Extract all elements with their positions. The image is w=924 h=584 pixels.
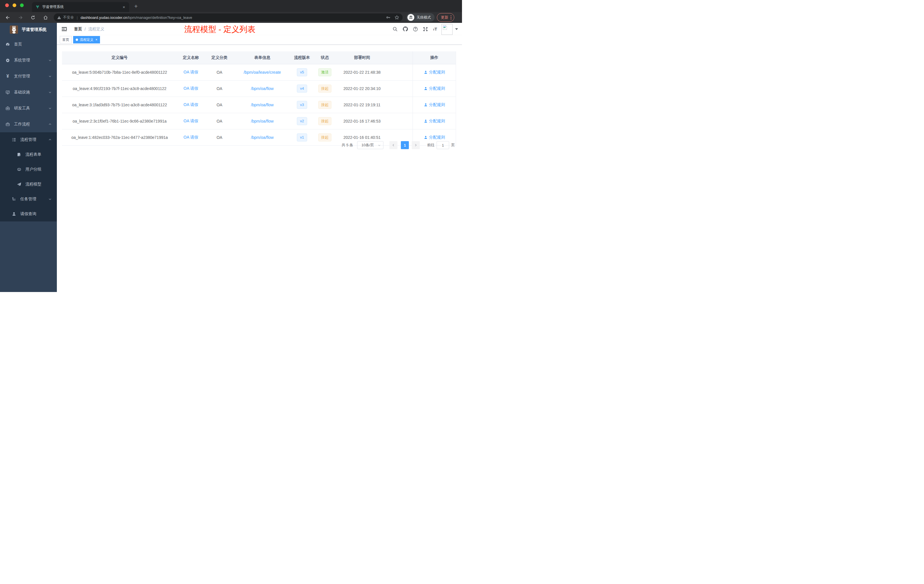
- definition-name-link[interactable]: OA 请假: [183, 119, 198, 124]
- definition-name-link[interactable]: OA 请假: [183, 135, 198, 140]
- sidebar-item-process-management[interactable]: 流程管理: [0, 132, 57, 147]
- reload-icon[interactable]: [29, 15, 36, 20]
- browser-tab[interactable]: 芋道管理系统 ×: [32, 2, 129, 12]
- sidebar-item-home[interactable]: 首页: [0, 36, 57, 52]
- form-info-link[interactable]: /bpm/oa/leave/create: [244, 70, 281, 74]
- definition-id: oa_leave:5:004b710b-7b8a-11ec-8ef0-acde4…: [62, 64, 177, 80]
- definition-id: oa_leave:3:1fad3d93-7b75-11ec-a3c8-acde4…: [62, 97, 177, 113]
- page-size-select[interactable]: 10条/页: [357, 141, 383, 149]
- user-avatar[interactable]: [441, 24, 452, 35]
- assign-rule-link[interactable]: 分配规则: [424, 70, 445, 75]
- tags-view: 首页 流程定义 ×: [57, 35, 462, 45]
- sidebar-item-leave-query[interactable]: 请假查询: [0, 206, 57, 221]
- next-page-button[interactable]: [412, 141, 420, 149]
- col-definition-id: 定义编号: [62, 51, 177, 64]
- sidebar-item-system-management[interactable]: 系统管理: [0, 52, 57, 68]
- macos-close-button[interactable]: [5, 3, 9, 7]
- new-tab-button[interactable]: +: [132, 2, 140, 10]
- font-size-icon[interactable]: тT: [433, 26, 437, 31]
- key-icon[interactable]: [386, 15, 391, 20]
- status-badge: 挂起: [318, 101, 332, 109]
- monitor-icon: [5, 90, 10, 94]
- breadcrumb-current: 流程定义: [88, 26, 104, 32]
- pagination-total: 共 5 条: [342, 143, 353, 148]
- form-info-link[interactable]: /bpm/oa/flow: [251, 119, 274, 124]
- form-info-link[interactable]: /bpm/oa/flow: [251, 102, 274, 107]
- browser-update-button[interactable]: 更新: [437, 13, 454, 22]
- definition-name-link[interactable]: OA 请假: [183, 102, 198, 107]
- avatar-caret-icon[interactable]: [455, 28, 458, 30]
- spacer-cell: [388, 64, 412, 80]
- sidebar-item-dev-tools[interactable]: 研发工具: [0, 100, 57, 116]
- app-title: 芋道管理系统: [22, 27, 46, 32]
- assign-rule-link[interactable]: 分配规则: [424, 135, 445, 140]
- toolbox-icon: [5, 106, 10, 111]
- url-path: /bpm/manager/definition?key=oa_leave: [127, 15, 192, 20]
- col-process-version: 流程版本: [290, 51, 314, 64]
- deploy-time: 2022-01-22 19:19:11: [336, 97, 388, 113]
- definition-name-link[interactable]: OA 请假: [183, 70, 198, 75]
- chevron-down-icon: [378, 144, 381, 147]
- url-bar[interactable]: 不安全 | dashboard.yudao.iocoder.cn/bpm/man…: [54, 13, 403, 21]
- sidebar-item-process-model[interactable]: 流程模型: [0, 177, 57, 192]
- status-badge: 挂起: [318, 117, 332, 125]
- sidebar: 芋道管理系统 首页系统管理¥支付管理基础设施研发工具工作流程流程管理流程表单用户…: [0, 23, 57, 292]
- sidebar-menu: 首页系统管理¥支付管理基础设施研发工具工作流程流程管理流程表单用户分组流程模型任…: [0, 36, 57, 221]
- main-area: 首页 / 流程定义 流程模型 - 定义列表 тT: [57, 23, 462, 292]
- prev-page-button[interactable]: [389, 141, 398, 149]
- security-warning-icon[interactable]: [57, 16, 61, 20]
- tab-close-icon[interactable]: ×: [122, 5, 126, 9]
- col-deploy-time: 部署时间: [336, 51, 388, 64]
- gear-icon: [5, 58, 10, 63]
- assign-rule-link[interactable]: 分配规则: [424, 119, 445, 124]
- fullscreen-icon[interactable]: [423, 26, 428, 32]
- person-icon: [12, 212, 16, 216]
- current-page-button[interactable]: 1: [401, 141, 409, 149]
- hamburger-icon[interactable]: [62, 27, 67, 31]
- chevron-up-icon: [48, 122, 52, 126]
- definition-name-link[interactable]: OA 请假: [183, 86, 198, 91]
- sidebar-item-infrastructure[interactable]: 基础设施: [0, 84, 57, 100]
- sidebar-item-user-group[interactable]: 用户分组: [0, 162, 57, 177]
- breadcrumb-home[interactable]: 首页: [74, 26, 82, 32]
- col-definition-name: 定义名称: [177, 51, 205, 64]
- github-icon[interactable]: [403, 26, 408, 32]
- tag-close-icon[interactable]: ×: [96, 38, 97, 42]
- goto-page-input[interactable]: 1: [437, 141, 449, 149]
- macos-zoom-button[interactable]: [20, 3, 24, 7]
- version-tag: v1: [297, 134, 307, 142]
- sidebar-item-task-management[interactable]: 任务管理: [0, 192, 57, 206]
- form-info-link[interactable]: /bpm/oa/flow: [251, 86, 274, 91]
- sidebar-item-payment-management[interactable]: ¥支付管理: [0, 68, 57, 84]
- active-tag-dot: [76, 39, 78, 41]
- table-row: oa_leave:3:1fad3d93-7b75-11ec-a3c8-acde4…: [62, 97, 456, 113]
- incognito-badge: 无痕模式: [406, 13, 435, 22]
- macos-minimize-button[interactable]: [13, 3, 16, 7]
- deploy-time: 2022-01-22 21:48:38: [336, 64, 388, 80]
- bookmark-star-icon[interactable]: [394, 15, 399, 20]
- deploy-time: 2022-01-16 17:46:53: [336, 113, 388, 129]
- table-body: oa_leave:5:004b710b-7b8a-11ec-8ef0-acde4…: [62, 64, 456, 146]
- url-host: dashboard.yudao.iocoder.cn: [81, 15, 127, 20]
- help-question-icon[interactable]: [413, 26, 418, 32]
- assign-rule-link[interactable]: 分配规则: [424, 102, 445, 107]
- seedling-favicon-icon: [35, 5, 40, 9]
- assign-rule-link[interactable]: 分配规则: [424, 86, 445, 91]
- browser-menu-icon[interactable]: [450, 15, 451, 20]
- security-label: 不安全: [63, 15, 74, 20]
- breadcrumb: 首页 / 流程定义: [74, 26, 104, 32]
- home-icon[interactable]: [42, 15, 49, 20]
- table-row: oa_leave:4:991f2193-7b7f-11ec-a3c8-acde4…: [62, 81, 456, 97]
- tag-process-definition[interactable]: 流程定义 ×: [73, 36, 100, 43]
- sidebar-item-workflow[interactable]: 工作流程: [0, 116, 57, 132]
- navbar-right-icons: тT: [393, 24, 462, 35]
- browser-tabstrip: 芋道管理系统 × +: [0, 0, 462, 12]
- tag-home[interactable]: 首页: [60, 36, 72, 43]
- search-icon[interactable]: [393, 26, 398, 32]
- definition-category: OA: [205, 81, 234, 97]
- sidebar-item-process-form[interactable]: 流程表单: [0, 147, 57, 162]
- goto-label: 前往: [427, 143, 435, 148]
- form-info-link[interactable]: /bpm/oa/flow: [251, 135, 274, 140]
- back-icon[interactable]: [4, 15, 12, 20]
- forward-icon[interactable]: [16, 15, 24, 20]
